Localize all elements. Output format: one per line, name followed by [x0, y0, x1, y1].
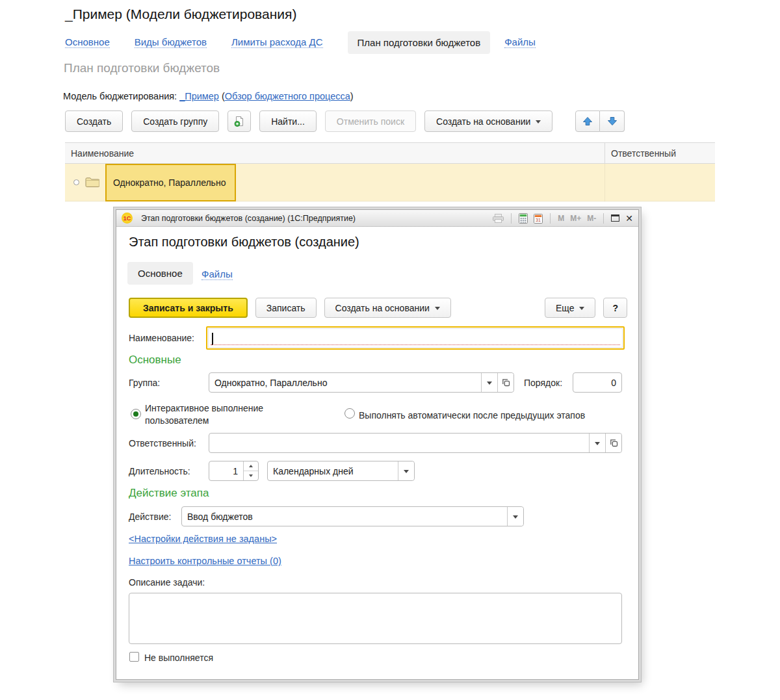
- responsible-input[interactable]: [209, 433, 622, 453]
- move-up-button[interactable]: [575, 110, 600, 132]
- tab-faily[interactable]: Файлы: [504, 36, 536, 48]
- calculator-icon[interactable]: [519, 213, 528, 224]
- move-buttons-group: [575, 110, 625, 132]
- dialog-create-based-on-label: Создать на основании: [335, 303, 430, 313]
- model-label: Модель бюджетирования:: [63, 91, 177, 101]
- section-action-header: Действие этапа: [129, 487, 209, 500]
- create-button[interactable]: Создать: [65, 110, 123, 132]
- spinner-up-icon[interactable]: [244, 461, 258, 471]
- order-field-label: Порядок:: [524, 378, 562, 388]
- duration-field-label: Длительность:: [129, 466, 190, 476]
- calendar-icon[interactable]: 31: [534, 213, 543, 224]
- dialog-titlebar[interactable]: 1С Этап подготовки бюджетов (создание) (…: [116, 210, 638, 227]
- memory-m-minus-button[interactable]: M-: [587, 214, 596, 223]
- radio-interactive-label[interactable]: Интерактивное выполнение пользователем: [145, 402, 291, 427]
- folder-icon: [85, 177, 99, 187]
- duration-input[interactable]: 1: [209, 461, 259, 481]
- responsible-dropdown-button[interactable]: [589, 434, 605, 452]
- section-main-header: Основные: [129, 354, 181, 367]
- duration-unit-select[interactable]: Календарных дней: [267, 461, 415, 481]
- description-label: Описание задачи:: [129, 577, 205, 588]
- dialog-titlebar-title: Этап подготовки бюджетов (создание) (1С:…: [141, 214, 493, 223]
- help-button[interactable]: ?: [603, 298, 627, 318]
- group-open-button[interactable]: [497, 373, 514, 392]
- responsible-cell[interactable]: [604, 164, 715, 201]
- column-header-responsible[interactable]: Ответственный: [604, 143, 715, 163]
- model-overview-link[interactable]: Обзор бюджетного процесса: [225, 91, 350, 101]
- save-button[interactable]: Записать: [255, 298, 317, 318]
- chevron-down-icon: [435, 307, 440, 310]
- spinner-down-icon[interactable]: [244, 471, 258, 480]
- print-icon[interactable]: [493, 214, 504, 223]
- duration-unit-value: Календарных дней: [268, 461, 398, 480]
- selected-cell[interactable]: Однократно, Параллельно: [105, 164, 236, 201]
- radio-selected-dot: [133, 411, 138, 417]
- chevron-down-icon: [579, 307, 584, 310]
- titlebar-icons: 31 M M+ M- ✕: [493, 213, 633, 224]
- tab-vidy-byudzhetov[interactable]: Виды бюджетов: [135, 36, 207, 48]
- text-cursor: [212, 333, 213, 345]
- titlebar-separator: [603, 213, 604, 224]
- app-window: _Пример (Модели бюджетирования) Основное…: [0, 0, 780, 700]
- duration-input-value: 1: [209, 461, 243, 480]
- tab-limity-rashoda-ds[interactable]: Лимиты расхода ДС: [231, 36, 323, 48]
- tab-plan-podgotovki-byudzhetov[interactable]: План подготовки бюджетов: [348, 31, 491, 54]
- radio-automatic-label[interactable]: Выполнять автоматически после предыдущих…: [359, 409, 585, 422]
- dialog-button-row: Записать и закрыть Записать Создать на о…: [129, 298, 627, 318]
- stage-create-dialog: 1С Этап подготовки бюджетов (создание) (…: [116, 209, 639, 680]
- name-field-label: Наименование:: [129, 333, 194, 343]
- calendar-day-label: 31: [536, 218, 541, 222]
- not-executed-label[interactable]: Не выполняется: [144, 653, 213, 663]
- duration-spinner[interactable]: [243, 461, 258, 480]
- close-icon[interactable]: ✕: [625, 214, 633, 223]
- create-by-copy-button[interactable]: [228, 110, 251, 132]
- cancel-search-button[interactable]: Отменить поиск: [325, 110, 416, 132]
- tree-expander-icon[interactable]: [73, 179, 79, 185]
- dialog-heading: Этап подготовки бюджетов (создание): [129, 235, 359, 250]
- column-header-name[interactable]: Наименование: [65, 148, 604, 159]
- group-dropdown-button[interactable]: [481, 373, 497, 392]
- create-based-on-label: Создать на основании: [436, 116, 530, 127]
- more-button[interactable]: Еще: [545, 298, 596, 318]
- find-button[interactable]: Найти...: [259, 110, 317, 132]
- maximize-button[interactable]: [611, 214, 619, 222]
- table-row[interactable]: Однократно, Параллельно: [65, 164, 715, 201]
- action-dropdown-button[interactable]: [507, 507, 523, 526]
- arrow-up-icon: [582, 116, 593, 126]
- not-executed-checkbox[interactable]: [129, 652, 139, 662]
- titlebar-separator: [550, 213, 551, 224]
- action-field-label: Действие:: [129, 512, 171, 522]
- dialog-tab-faily[interactable]: Файлы: [202, 268, 233, 280]
- more-label: Еще: [556, 303, 575, 313]
- row-name: Однократно, Параллельно: [113, 177, 226, 188]
- memory-m-plus-button[interactable]: M+: [570, 214, 581, 223]
- action-select[interactable]: Ввод бюджетов: [181, 506, 524, 526]
- save-and-close-button[interactable]: Записать и закрыть: [129, 298, 248, 318]
- chevron-down-icon: [536, 120, 541, 123]
- duration-unit-dropdown-button[interactable]: [398, 461, 414, 480]
- chevron-down-icon: [487, 382, 492, 385]
- radio-automatic[interactable]: [344, 408, 355, 419]
- dialog-create-based-on-button[interactable]: Создать на основании: [324, 298, 451, 318]
- responsible-open-button[interactable]: [605, 434, 621, 452]
- control-reports-link[interactable]: Настроить контрольные отчеты (0): [129, 556, 281, 566]
- dialog-tab-osnovnoe[interactable]: Основное: [127, 262, 193, 285]
- radio-interactive[interactable]: [131, 409, 141, 419]
- create-based-on-button[interactable]: Создать на основании: [424, 110, 552, 132]
- model-name-link[interactable]: _Пример: [179, 91, 219, 101]
- paren-close: ): [350, 91, 354, 101]
- chevron-down-icon: [513, 515, 518, 519]
- chevron-down-icon: [595, 442, 600, 445]
- order-input[interactable]: 0: [573, 372, 622, 393]
- order-input-value: 0: [573, 373, 621, 392]
- group-input[interactable]: Однократно, Параллельно: [209, 372, 514, 393]
- action-settings-link[interactable]: <Настройки действия не заданы>: [129, 534, 277, 544]
- name-input[interactable]: [206, 326, 625, 350]
- task-description-textarea[interactable]: [129, 593, 622, 644]
- tab-osnovnoe[interactable]: Основное: [65, 36, 110, 48]
- create-group-button[interactable]: Создать группу: [131, 110, 219, 132]
- open-form-icon: [502, 378, 510, 387]
- group-field-label: Группа:: [129, 378, 160, 388]
- move-down-button[interactable]: [600, 110, 625, 132]
- memory-m-button[interactable]: M: [558, 214, 564, 223]
